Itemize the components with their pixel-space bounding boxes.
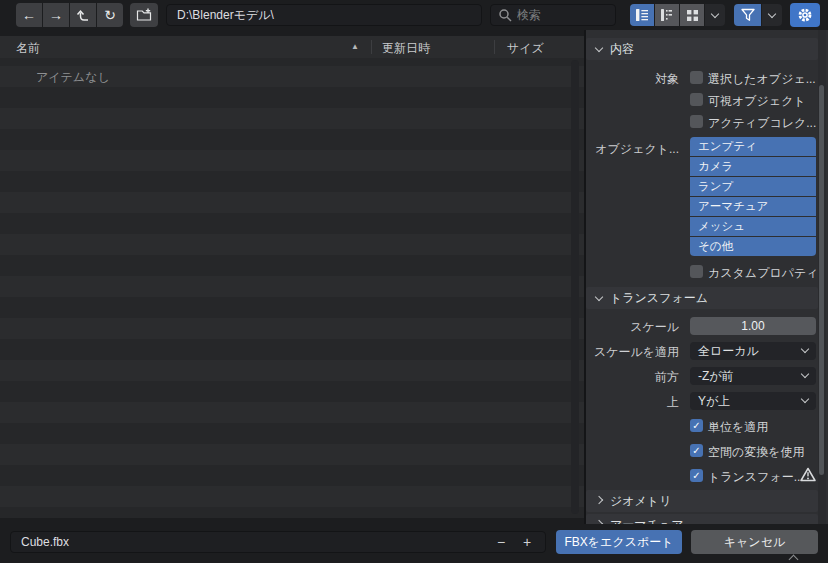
forward-icon: → (49, 8, 63, 22)
decrement-filename-button[interactable]: − (489, 533, 513, 551)
file-list-header: 名前 ▲ 更新日時 サイズ (0, 36, 586, 58)
section-header-content[interactable]: 内容 (586, 38, 818, 60)
parent-directory-button[interactable] (70, 3, 96, 27)
object-type-empty-button[interactable]: エンプティ (690, 137, 816, 156)
section-header-armature[interactable]: アーマチュア (586, 514, 818, 524)
checkbox-custom-properties[interactable] (690, 265, 703, 278)
file-dialog-footer: − + FBXをエクスポート キャンセル (0, 524, 828, 563)
file-list[interactable]: アイテムなし (0, 58, 584, 518)
horizontal-list-icon (660, 8, 674, 22)
filter-button[interactable] (734, 4, 761, 26)
export-fbx-button[interactable]: FBXをエクスポート (556, 530, 682, 554)
display-mode-dropdown-button[interactable] (705, 4, 725, 26)
checkbox-selected-objects[interactable] (690, 71, 703, 84)
chevron-right-icon (595, 495, 603, 503)
filename-input[interactable] (11, 532, 545, 552)
forward-select[interactable]: -Zが前 (690, 367, 816, 385)
checkbox-label: 空間の変換を使用 (708, 444, 805, 461)
checkbox-label: 可視オブジェクト (708, 93, 806, 110)
display-mode-thumbnail-button[interactable] (680, 4, 704, 26)
new-folder-icon (136, 8, 152, 22)
section-header-transform[interactable]: トランスフォーム (586, 287, 818, 309)
column-header-modified[interactable]: 更新日時 (382, 40, 430, 57)
checkbox-active-collection[interactable] (690, 115, 703, 128)
back-button[interactable]: ← (16, 3, 42, 27)
column-header-size[interactable]: サイズ (507, 40, 544, 57)
selected-value: -Zが前 (698, 369, 734, 383)
chevron-down-icon (801, 395, 809, 403)
chevron-down-icon (768, 9, 776, 17)
check-icon: ✓ (692, 471, 700, 481)
directory-path-input[interactable] (167, 5, 481, 25)
section-header-geometry[interactable]: ジオメトリ (586, 490, 818, 512)
chevron-down-icon (595, 292, 603, 300)
checkbox-apply-transform[interactable]: ✓ (690, 469, 703, 482)
forward-button[interactable]: → (43, 3, 69, 27)
check-icon: ✓ (692, 446, 700, 456)
empty-list-message: アイテムなし (36, 69, 110, 86)
search-field (490, 4, 616, 26)
filter-dropdown-button[interactable] (762, 4, 782, 26)
section-title: 内容 (610, 41, 634, 58)
forward-label: 前方 (586, 369, 679, 386)
section-title: アーマチュア (610, 517, 683, 525)
limit-to-label: 対象 (586, 71, 679, 88)
checkbox-label: トランスフォー... (708, 469, 804, 486)
apply-scalings-select[interactable]: 全ローカル (690, 342, 816, 360)
sidebar-scrollbar-thumb[interactable] (819, 85, 824, 475)
search-icon (498, 8, 512, 22)
refresh-button[interactable]: ↻ (97, 3, 123, 27)
scale-number-field[interactable]: 1.00 (690, 317, 816, 335)
apply-scalings-label: スケールを適用 (586, 344, 679, 361)
display-mode-horizontal-list-button[interactable] (655, 4, 679, 26)
file-browser-window: ← → ↻ (0, 0, 828, 563)
checkbox-label: カスタムプロパティ (708, 265, 819, 282)
checkbox-label: 選択したオブジェ... (708, 71, 816, 88)
scale-label: スケール (586, 319, 679, 336)
checkbox-apply-unit[interactable]: ✓ (690, 419, 703, 432)
selected-value: 全ローカル (698, 344, 759, 358)
filter-icon (740, 8, 756, 22)
back-icon: ← (22, 8, 36, 22)
section-title: トランスフォーム (610, 290, 708, 307)
object-type-lamp-button[interactable]: ランプ (690, 177, 816, 196)
up-icon (76, 8, 90, 22)
checkbox-label: 単位を適用 (708, 419, 768, 436)
refresh-icon: ↻ (104, 8, 116, 22)
export-options-panel: 内容 対象 選択したオブジェ... 可視オブジェクト アクティブコレク... オ… (586, 30, 828, 524)
check-icon: ✓ (692, 421, 700, 431)
cancel-button[interactable]: キャンセル (691, 530, 818, 554)
chevron-up-icon[interactable] (789, 555, 799, 563)
up-select[interactable]: Yが上 (690, 392, 816, 410)
checkbox-visible-objects[interactable] (690, 93, 703, 106)
warning-icon (800, 467, 816, 482)
sort-ascending-icon: ▲ (351, 42, 359, 51)
file-list-scrollbar[interactable] (571, 60, 579, 514)
object-type-camera-button[interactable]: カメラ (690, 157, 816, 176)
checkbox-use-space-transform[interactable]: ✓ (690, 444, 703, 457)
object-type-other-button[interactable]: その他 (690, 237, 816, 256)
chevron-down-icon (711, 9, 719, 17)
chevron-down-icon (801, 370, 809, 378)
column-header-name[interactable]: 名前 (16, 40, 40, 57)
checkbox-label: アクティブコレク... (708, 115, 816, 132)
new-folder-button[interactable] (130, 3, 158, 27)
gear-icon (797, 7, 813, 23)
object-type-armature-button[interactable]: アーマチュア (690, 197, 816, 216)
vertical-list-icon (635, 8, 649, 22)
directory-path-field (166, 4, 482, 26)
display-mode-vertical-list-button[interactable] (630, 4, 654, 26)
chevron-down-icon (801, 345, 809, 353)
increment-filename-button[interactable]: + (515, 533, 539, 551)
settings-button[interactable] (790, 3, 820, 27)
object-types-label: オブジェクト... (586, 141, 679, 158)
column-divider (371, 40, 372, 54)
column-divider (494, 40, 495, 54)
up-label: 上 (586, 394, 679, 411)
filename-field: − + (10, 531, 546, 553)
object-type-mesh-button[interactable]: メッシュ (690, 217, 816, 236)
section-title: ジオメトリ (610, 493, 671, 510)
chevron-down-icon (595, 43, 603, 51)
file-browser-toolbar: ← → ↻ (0, 0, 828, 30)
selected-value: Yが上 (698, 394, 730, 408)
